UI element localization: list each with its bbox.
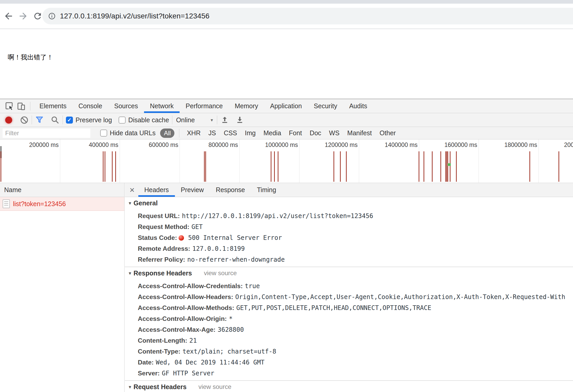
address-bar[interactable]: 127.0.0.1:8199/api.v2/user/list?token=12… <box>42 8 573 24</box>
filter-category-font[interactable]: Font <box>289 129 302 137</box>
header-value: Wed, 04 Dec 2019 11:44:46 GMT <box>156 359 264 366</box>
timeline-tick-label: 200000 ms <box>29 141 59 148</box>
site-info-icon[interactable] <box>48 12 56 20</box>
header-name: Access-Control-Max-Age: <box>138 326 216 333</box>
device-toolbar-icon[interactable] <box>15 99 27 113</box>
request-row[interactable]: list?token=123456 <box>0 197 124 211</box>
request-waterfall-bar <box>445 151 446 182</box>
search-icon[interactable] <box>51 116 59 124</box>
filter-input[interactable] <box>3 129 90 138</box>
preserve-log-checkbox[interactable] <box>66 117 73 124</box>
tab-network[interactable]: Network <box>144 99 180 113</box>
close-icon[interactable]: × <box>126 183 138 197</box>
header-name: Status Code: <box>138 234 177 241</box>
reload-button[interactable] <box>32 10 44 22</box>
network-overview-timeline[interactable]: 200000 ms400000 ms600000 ms800000 ms1000… <box>0 139 573 183</box>
tab-audits[interactable]: Audits <box>343 99 373 113</box>
clear-button[interactable] <box>20 116 29 124</box>
filter-category-doc[interactable]: Doc <box>310 129 321 137</box>
tab-elements[interactable]: Elements <box>33 99 72 113</box>
divider <box>32 116 32 124</box>
view-source-link[interactable]: view source <box>204 269 237 277</box>
tab-console[interactable]: Console <box>72 99 108 113</box>
tab-security[interactable]: Security <box>308 99 343 113</box>
detail-tabbar: × HeadersPreviewResponseTiming <box>125 183 573 197</box>
request-name: list?token=123456 <box>13 200 66 208</box>
tab-performance[interactable]: Performance <box>180 99 229 113</box>
hide-data-urls-label[interactable]: Hide data URLs <box>110 129 155 137</box>
filter-category-all[interactable]: All <box>160 129 174 138</box>
header-name: Remote Address: <box>138 245 190 252</box>
filter-toggle-icon[interactable] <box>35 116 44 124</box>
filter-category-ws[interactable]: WS <box>329 129 339 137</box>
request-waterfall-bar <box>424 151 424 182</box>
chevron-down-icon[interactable]: ▼ <box>210 118 214 122</box>
waterfall-selected-marker <box>448 163 451 166</box>
collapse-triangle-icon: ▾ <box>129 200 131 206</box>
section-header-request-headers[interactable]: ▾Request Headersview source <box>125 382 573 392</box>
preserve-log-label[interactable]: Preserve log <box>76 116 112 124</box>
page-error-text: 啊！我出错了！ <box>8 53 53 62</box>
network-filter-bar: Hide data URLs AllXHRJSCSSImgMediaFontDo… <box>0 127 573 139</box>
detail-tab-timing[interactable]: Timing <box>251 183 282 197</box>
header-name: Date: <box>138 359 154 366</box>
record-button[interactable] <box>5 117 12 124</box>
request-waterfall-bar <box>205 151 206 182</box>
timeline-gridline <box>479 139 479 183</box>
timeline-tick-label: 1000000 ms <box>265 141 298 148</box>
back-button[interactable] <box>3 10 15 22</box>
tab-application[interactable]: Application <box>264 99 308 113</box>
header-name: Referrer Policy: <box>138 256 185 263</box>
filter-category-xhr[interactable]: XHR <box>187 129 201 137</box>
forward-button[interactable] <box>17 10 29 22</box>
request-waterfall-bar <box>333 151 334 182</box>
section-rows: Request URL:http://127.0.0.1:8199/api.v2… <box>125 211 573 265</box>
section-divider <box>125 267 573 267</box>
filter-category-media[interactable]: Media <box>263 129 281 137</box>
resource-filter-list: AllXHRJSCSSImgMediaFontDocWSManifestOthe… <box>155 129 400 138</box>
view-source-link[interactable]: view source <box>199 383 231 390</box>
devtools-panel: ElementsConsoleSourcesNetworkPerformance… <box>0 99 573 392</box>
filter-category-js[interactable]: JS <box>208 129 216 137</box>
header-row: Referrer Policy:no-referrer-when-downgra… <box>125 254 573 265</box>
section-header-response-headers[interactable]: ▾Response Headersview source <box>125 268 573 278</box>
detail-tab-list: HeadersPreviewResponseTiming <box>138 183 282 197</box>
request-waterfall-bar <box>112 151 113 182</box>
detail-tab-preview[interactable]: Preview <box>175 183 210 197</box>
section-header-general[interactable]: ▾General <box>125 198 573 208</box>
request-waterfall-bar <box>529 151 530 182</box>
section-response-headers: ▾Response Headersview sourceAccess-Contr… <box>125 268 573 379</box>
section-request-headers: ▾Request Headersview source <box>125 382 573 392</box>
request-waterfall-bar <box>558 151 559 182</box>
devtools-tabbar: ElementsConsoleSourcesNetworkPerformance… <box>0 99 573 113</box>
request-waterfall-bar <box>204 151 205 182</box>
tab-sources[interactable]: Sources <box>108 99 144 113</box>
disable-cache-checkbox[interactable] <box>119 117 126 124</box>
header-row: Access-Control-Max-Age:3628800 <box>125 324 573 335</box>
import-har-icon[interactable] <box>220 116 229 124</box>
header-row: Status Code:500 Internal Server Error <box>125 232 573 243</box>
hide-data-urls-checkbox[interactable] <box>100 130 107 137</box>
filter-category-css[interactable]: CSS <box>224 129 237 137</box>
header-value: 21 <box>189 337 197 344</box>
tab-memory[interactable]: Memory <box>229 99 264 113</box>
header-value: http://127.0.0.1:8199/api.v2/user/list?t… <box>182 212 373 220</box>
inspect-element-icon[interactable] <box>3 99 15 113</box>
filter-category-other[interactable]: Other <box>380 129 396 137</box>
detail-tab-headers[interactable]: Headers <box>138 183 175 197</box>
header-value: * <box>229 315 233 322</box>
name-column-header[interactable]: Name <box>0 183 124 197</box>
filter-category-img[interactable]: Img <box>245 129 256 137</box>
detail-tab-response[interactable]: Response <box>210 183 251 197</box>
url-text: 127.0.0.1:8199/api.v2/user/list?token=12… <box>60 12 209 20</box>
request-waterfall-bar <box>440 151 441 182</box>
request-waterfall-bar <box>346 151 347 182</box>
page-content: 啊！我出错了！ <box>0 29 573 99</box>
disable-cache-label[interactable]: Disable cache <box>128 116 169 124</box>
filter-category-manifest[interactable]: Manifest <box>347 129 372 137</box>
throttling-select[interactable]: Online <box>176 116 195 124</box>
header-value: true <box>245 282 260 290</box>
section-rows: Access-Control-Allow-Credentials:trueAcc… <box>125 281 573 379</box>
export-har-icon[interactable] <box>235 116 244 124</box>
devtools-tab-list: ElementsConsoleSourcesNetworkPerformance… <box>33 99 373 113</box>
